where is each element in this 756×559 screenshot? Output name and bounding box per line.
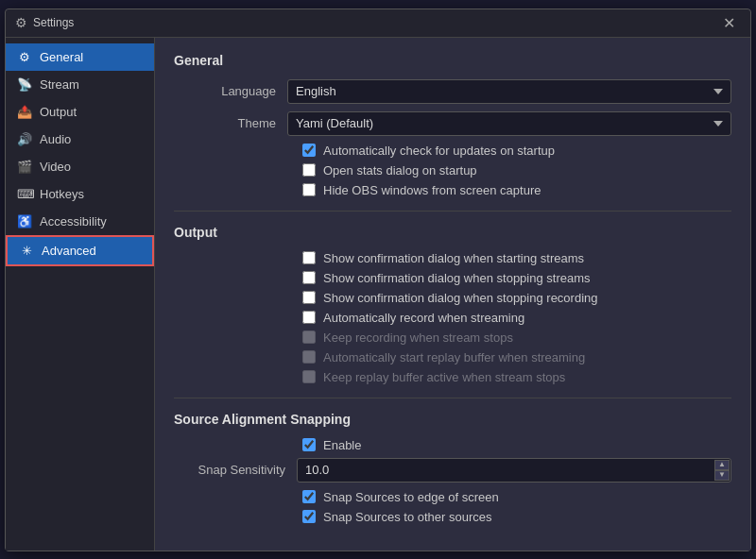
confirm-stop-rec-label: Show confirmation dialog when stopping r… (323, 291, 598, 305)
output-section-title: Output (174, 225, 731, 240)
sidebar-label-audio: Audio (40, 132, 71, 146)
replay-buffer-row: Automatically start replay buffer when s… (174, 350, 731, 364)
keep-recording-label: Keep recording when stream stops (323, 330, 513, 345)
settings-window: ⚙ Settings ✕ ⚙ General 📡 Stream 📤 Output… (5, 8, 751, 551)
sidebar-label-advanced: Advanced (42, 244, 96, 258)
general-section-block: General Language English Theme Yami (Def… (174, 53, 731, 197)
confirm-stop-rec-row: Show confirmation dialog when stopping r… (174, 291, 731, 305)
enable-snapping-row: Enable (174, 438, 731, 452)
hide-obs-row: Hide OBS windows from screen capture (174, 183, 731, 197)
spin-buttons: ▲ ▼ (714, 460, 730, 481)
replay-buffer-label: Automatically start replay buffer when s… (323, 350, 585, 364)
snap-other-checkbox[interactable] (302, 510, 316, 523)
stream-icon: 📡 (17, 77, 32, 92)
sidebar-label-video: Video (40, 160, 71, 174)
sidebar: ⚙ General 📡 Stream 📤 Output 🔊 Audio 🎬 Vi… (6, 38, 155, 551)
auto-update-checkbox[interactable] (302, 144, 316, 157)
auto-update-label: Automatically check for updates on start… (323, 144, 555, 158)
hide-obs-label: Hide OBS windows from screen capture (323, 183, 541, 197)
snap-edge-row: Snap Sources to edge of screen (174, 490, 731, 504)
snap-edge-label: Snap Sources to edge of screen (323, 490, 499, 504)
stats-dialog-row: Open stats dialog on startup (174, 163, 731, 178)
confirm-start-label: Show confirmation dialog when starting s… (323, 251, 584, 265)
keep-replay-checkbox[interactable] (302, 370, 316, 383)
general-icon: ⚙ (17, 50, 32, 64)
auto-record-checkbox[interactable] (302, 311, 316, 324)
sidebar-label-accessibility: Accessibility (40, 214, 107, 229)
snapping-section-block: Source Alignment Snapping Enable Snap Se… (174, 412, 731, 524)
sidebar-item-audio[interactable]: 🔊 Audio (6, 126, 154, 153)
auto-record-row: Automatically record when streaming (174, 311, 731, 325)
spin-down-button[interactable]: ▼ (714, 470, 730, 481)
confirm-stop-checkbox[interactable] (302, 271, 316, 284)
sidebar-item-hotkeys[interactable]: ⌨ Hotkeys (6, 180, 154, 208)
snap-other-label: Snap Sources to other sources (323, 510, 492, 524)
auto-update-row: Automatically check for updates on start… (174, 144, 731, 158)
stats-dialog-label: Open stats dialog on startup (323, 163, 477, 178)
confirm-stop-rec-checkbox[interactable] (302, 291, 316, 304)
sidebar-label-stream: Stream (40, 77, 79, 92)
language-label: Language (174, 84, 287, 98)
audio-icon: 🔊 (17, 132, 32, 146)
keep-replay-row: Keep replay buffer active when stream st… (174, 370, 731, 384)
main-content: General Language English Theme Yami (Def… (155, 38, 750, 551)
sidebar-item-general[interactable]: ⚙ General (6, 43, 154, 71)
snap-sensitivity-label: Snap Sensitivity (174, 463, 297, 477)
language-row: Language English (174, 79, 731, 104)
general-section-title: General (174, 53, 731, 68)
close-button[interactable]: ✕ (717, 12, 741, 34)
confirm-start-checkbox[interactable] (302, 251, 316, 264)
titlebar-title: Settings (33, 16, 74, 29)
enable-snap-label: Enable (323, 438, 361, 452)
snap-sensitivity-wrap: ▲ ▼ (297, 458, 731, 483)
confirm-start-row: Show confirmation dialog when starting s… (174, 251, 731, 265)
titlebar: ⚙ Settings ✕ (6, 9, 750, 38)
output-icon: 📤 (17, 105, 32, 119)
spin-up-button[interactable]: ▲ (714, 460, 730, 470)
snap-sensitivity-input[interactable] (297, 458, 731, 483)
theme-label: Theme (174, 116, 287, 130)
divider-2 (174, 398, 731, 398)
keep-recording-checkbox[interactable] (302, 330, 316, 344)
sidebar-label-output: Output (40, 105, 77, 119)
snap-other-row: Snap Sources to other sources (174, 510, 731, 524)
accessibility-icon: ♿ (17, 214, 32, 229)
output-section-block: Output Show confirmation dialog when sta… (174, 225, 731, 384)
sidebar-label-hotkeys: Hotkeys (40, 187, 84, 201)
sidebar-item-video[interactable]: 🎬 Video (6, 153, 154, 180)
titlebar-left: ⚙ Settings (15, 15, 74, 30)
confirm-stop-row: Show confirmation dialog when stopping s… (174, 271, 731, 285)
stats-dialog-checkbox[interactable] (302, 163, 316, 177)
hotkeys-icon: ⌨ (17, 187, 32, 201)
keep-recording-row: Keep recording when stream stops (174, 330, 731, 345)
keep-replay-label: Keep replay buffer active when stream st… (323, 370, 565, 384)
sidebar-item-output[interactable]: 📤 Output (6, 98, 154, 126)
language-select[interactable]: English (287, 79, 731, 104)
divider-1 (174, 211, 731, 212)
content-area: ⚙ General 📡 Stream 📤 Output 🔊 Audio 🎬 Vi… (6, 38, 750, 551)
replay-buffer-checkbox[interactable] (302, 350, 316, 364)
auto-record-label: Automatically record when streaming (323, 311, 524, 325)
sidebar-item-stream[interactable]: 📡 Stream (6, 71, 154, 98)
snapping-section-title: Source Alignment Snapping (174, 412, 731, 427)
sidebar-item-advanced[interactable]: ✳ Advanced (6, 235, 154, 266)
settings-titlebar-icon: ⚙ (15, 15, 27, 30)
sidebar-label-general: General (40, 50, 83, 64)
theme-row: Theme Yami (Default) (174, 111, 731, 136)
theme-select[interactable]: Yami (Default) (287, 111, 731, 136)
hide-obs-checkbox[interactable] (302, 183, 316, 196)
sidebar-item-accessibility[interactable]: ♿ Accessibility (6, 208, 154, 235)
advanced-icon: ✳ (19, 244, 34, 258)
snap-sensitivity-row: Snap Sensitivity ▲ ▼ (174, 458, 731, 483)
confirm-stop-label: Show confirmation dialog when stopping s… (323, 271, 591, 285)
enable-snap-checkbox[interactable] (302, 438, 316, 451)
snap-edge-checkbox[interactable] (302, 490, 316, 503)
video-icon: 🎬 (17, 160, 32, 174)
